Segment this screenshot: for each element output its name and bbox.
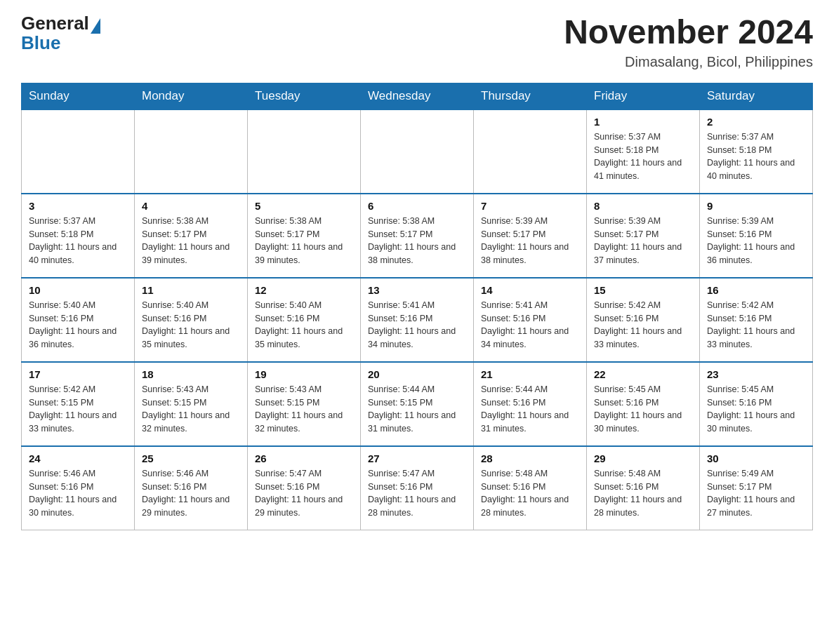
calendar-cell: 19Sunrise: 5:43 AMSunset: 5:15 PMDayligh… [248,362,361,446]
day-number: 26 [255,452,353,464]
day-info: Sunrise: 5:45 AMSunset: 5:16 PMDaylight:… [594,383,692,436]
day-info: Sunrise: 5:42 AMSunset: 5:16 PMDaylight:… [594,299,692,351]
day-number: 2 [707,116,805,128]
day-number: 21 [481,368,579,380]
day-number: 18 [142,368,240,380]
day-number: 10 [29,284,127,296]
day-number: 25 [142,452,240,464]
day-info: Sunrise: 5:47 AMSunset: 5:16 PMDaylight:… [255,467,353,520]
day-number: 12 [255,284,353,296]
day-info: Sunrise: 5:40 AMSunset: 5:16 PMDaylight:… [142,299,240,351]
day-info: Sunrise: 5:39 AMSunset: 5:17 PMDaylight:… [481,215,579,267]
calendar-cell: 5Sunrise: 5:38 AMSunset: 5:17 PMDaylight… [248,194,361,278]
calendar-cell: 10Sunrise: 5:40 AMSunset: 5:16 PMDayligh… [22,278,135,362]
day-info: Sunrise: 5:38 AMSunset: 5:17 PMDaylight:… [368,215,466,267]
calendar-cell [22,109,135,194]
day-info: Sunrise: 5:49 AMSunset: 5:17 PMDaylight:… [707,467,805,520]
calendar-cell: 20Sunrise: 5:44 AMSunset: 5:15 PMDayligh… [361,362,474,446]
day-info: Sunrise: 5:47 AMSunset: 5:16 PMDaylight:… [368,467,466,520]
title-area: November 2024 Dimasalang, Bicol, Philipp… [564,14,813,70]
calendar-cell: 22Sunrise: 5:45 AMSunset: 5:16 PMDayligh… [587,362,700,446]
page-title: November 2024 [564,14,813,51]
logo-blue-text: Blue [21,32,60,53]
day-number: 23 [707,368,805,380]
day-info: Sunrise: 5:41 AMSunset: 5:16 PMDaylight:… [368,299,466,351]
weekday-header-friday: Friday [587,83,700,109]
calendar-cell: 13Sunrise: 5:41 AMSunset: 5:16 PMDayligh… [361,278,474,362]
day-number: 13 [368,284,466,296]
calendar-cell: 1Sunrise: 5:37 AMSunset: 5:18 PMDaylight… [587,109,700,194]
calendar-cell: 15Sunrise: 5:42 AMSunset: 5:16 PMDayligh… [587,278,700,362]
calendar-cell: 3Sunrise: 5:37 AMSunset: 5:18 PMDaylight… [22,194,135,278]
calendar-week-row: 24Sunrise: 5:46 AMSunset: 5:16 PMDayligh… [22,446,813,530]
day-info: Sunrise: 5:42 AMSunset: 5:15 PMDaylight:… [29,383,127,436]
calendar-week-row: 17Sunrise: 5:42 AMSunset: 5:15 PMDayligh… [22,362,813,446]
day-number: 27 [368,452,466,464]
calendar-cell: 9Sunrise: 5:39 AMSunset: 5:16 PMDaylight… [700,194,813,278]
calendar-cell: 21Sunrise: 5:44 AMSunset: 5:16 PMDayligh… [474,362,587,446]
day-number: 7 [481,200,579,212]
day-number: 16 [707,284,805,296]
calendar-cell: 6Sunrise: 5:38 AMSunset: 5:17 PMDaylight… [361,194,474,278]
day-info: Sunrise: 5:37 AMSunset: 5:18 PMDaylight:… [29,215,127,267]
day-info: Sunrise: 5:45 AMSunset: 5:16 PMDaylight:… [707,383,805,436]
logo: General Blue [21,14,102,54]
calendar-cell: 17Sunrise: 5:42 AMSunset: 5:15 PMDayligh… [22,362,135,446]
calendar-cell: 16Sunrise: 5:42 AMSunset: 5:16 PMDayligh… [700,278,813,362]
weekday-header-tuesday: Tuesday [248,83,361,109]
weekday-header-thursday: Thursday [474,83,587,109]
calendar-cell: 27Sunrise: 5:47 AMSunset: 5:16 PMDayligh… [361,446,474,530]
calendar-table: SundayMondayTuesdayWednesdayThursdayFrid… [21,83,813,531]
calendar-cell: 28Sunrise: 5:48 AMSunset: 5:16 PMDayligh… [474,446,587,530]
day-info: Sunrise: 5:42 AMSunset: 5:16 PMDaylight:… [707,299,805,351]
day-number: 4 [142,200,240,212]
day-info: Sunrise: 5:43 AMSunset: 5:15 PMDaylight:… [255,383,353,436]
calendar-cell: 8Sunrise: 5:39 AMSunset: 5:17 PMDaylight… [587,194,700,278]
day-number: 28 [481,452,579,464]
day-number: 17 [29,368,127,380]
calendar-cell: 25Sunrise: 5:46 AMSunset: 5:16 PMDayligh… [135,446,248,530]
weekday-header-row: SundayMondayTuesdayWednesdayThursdayFrid… [22,83,813,109]
page-subtitle: Dimasalang, Bicol, Philippines [564,54,813,70]
day-info: Sunrise: 5:44 AMSunset: 5:15 PMDaylight:… [368,383,466,436]
calendar-cell [361,109,474,194]
day-number: 22 [594,368,692,380]
day-number: 9 [707,200,805,212]
day-number: 1 [594,116,692,128]
day-number: 29 [594,452,692,464]
weekday-header-wednesday: Wednesday [361,83,474,109]
weekday-header-saturday: Saturday [700,83,813,109]
day-info: Sunrise: 5:41 AMSunset: 5:16 PMDaylight:… [481,299,579,351]
day-number: 8 [594,200,692,212]
day-info: Sunrise: 5:39 AMSunset: 5:16 PMDaylight:… [707,215,805,267]
day-info: Sunrise: 5:39 AMSunset: 5:17 PMDaylight:… [594,215,692,267]
calendar-cell: 18Sunrise: 5:43 AMSunset: 5:15 PMDayligh… [135,362,248,446]
calendar-cell: 4Sunrise: 5:38 AMSunset: 5:17 PMDaylight… [135,194,248,278]
day-info: Sunrise: 5:48 AMSunset: 5:16 PMDaylight:… [594,467,692,520]
day-info: Sunrise: 5:48 AMSunset: 5:16 PMDaylight:… [481,467,579,520]
calendar-cell: 30Sunrise: 5:49 AMSunset: 5:17 PMDayligh… [700,446,813,530]
day-info: Sunrise: 5:38 AMSunset: 5:17 PMDaylight:… [142,215,240,267]
day-number: 19 [255,368,353,380]
day-number: 3 [29,200,127,212]
calendar-week-row: 1Sunrise: 5:37 AMSunset: 5:18 PMDaylight… [22,109,813,194]
day-info: Sunrise: 5:43 AMSunset: 5:15 PMDaylight:… [142,383,240,436]
weekday-header-sunday: Sunday [22,83,135,109]
calendar-cell: 14Sunrise: 5:41 AMSunset: 5:16 PMDayligh… [474,278,587,362]
calendar-week-row: 3Sunrise: 5:37 AMSunset: 5:18 PMDaylight… [22,194,813,278]
day-info: Sunrise: 5:40 AMSunset: 5:16 PMDaylight:… [255,299,353,351]
day-number: 6 [368,200,466,212]
day-info: Sunrise: 5:44 AMSunset: 5:16 PMDaylight:… [481,383,579,436]
calendar-cell: 23Sunrise: 5:45 AMSunset: 5:16 PMDayligh… [700,362,813,446]
calendar-cell: 29Sunrise: 5:48 AMSunset: 5:16 PMDayligh… [587,446,700,530]
logo-triangle-icon [91,18,100,34]
day-number: 20 [368,368,466,380]
day-number: 14 [481,284,579,296]
calendar-cell [474,109,587,194]
calendar-cell: 26Sunrise: 5:47 AMSunset: 5:16 PMDayligh… [248,446,361,530]
calendar-cell [135,109,248,194]
calendar-cell: 11Sunrise: 5:40 AMSunset: 5:16 PMDayligh… [135,278,248,362]
day-info: Sunrise: 5:37 AMSunset: 5:18 PMDaylight:… [594,130,692,183]
day-info: Sunrise: 5:46 AMSunset: 5:16 PMDaylight:… [29,467,127,520]
calendar-cell [248,109,361,194]
